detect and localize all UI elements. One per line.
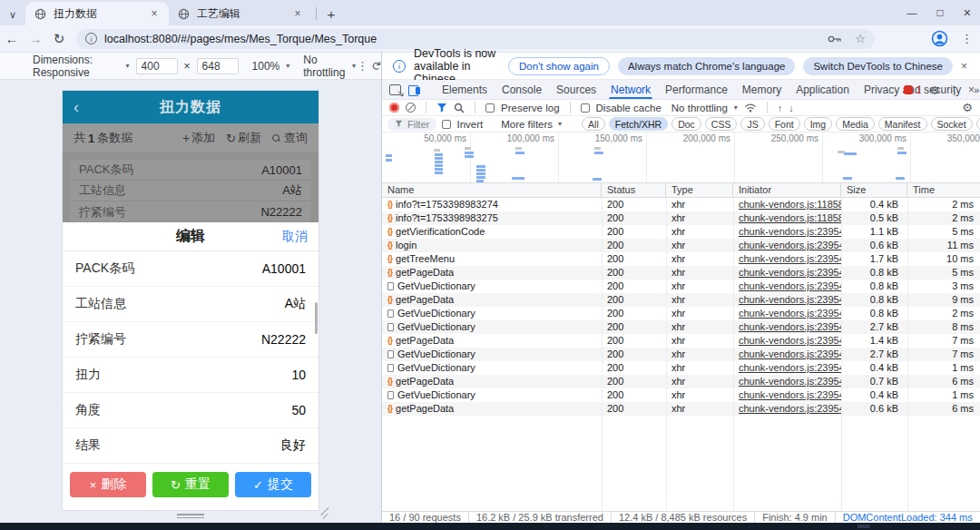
devtools-settings-icon[interactable]: ⚙ [929, 83, 940, 97]
network-conditions-icon[interactable] [744, 103, 757, 113]
initiator-link[interactable]: chunk-vendors.js:23954 [739, 321, 841, 332]
initiator-link[interactable]: chunk-vendors.js:23954 [739, 335, 841, 346]
initiator-link[interactable]: chunk-vendors.js:23954 [739, 376, 841, 387]
network-request-row[interactable]: GetVueDictionary200xhrchunk-vendors.js:2… [382, 280, 980, 293]
filter-chip-doc[interactable]: Doc [671, 117, 701, 131]
filter-chip-socket[interactable]: Socket [931, 117, 973, 131]
error-badge[interactable]: 1 [904, 84, 921, 95]
disable-cache-checkbox[interactable] [581, 103, 590, 113]
field-value-input[interactable]: 10 [291, 368, 306, 382]
filter-chip-font[interactable]: Font [769, 117, 800, 131]
device-toolbar-menu-icon[interactable]: ⋮ [357, 59, 368, 73]
filter-input[interactable]: Filter [387, 118, 436, 131]
network-request-row[interactable]: {}info?t=1753398983274200xhrchunk-vendor… [382, 198, 980, 211]
tab-search-icon[interactable]: ∨ [0, 4, 25, 25]
app-back-button[interactable]: ‹ [74, 99, 79, 115]
inspect-element-icon[interactable] [389, 84, 401, 95]
filter-chip-media[interactable]: Media [836, 117, 875, 131]
initiator-link[interactable]: chunk-vendors.js:23954 [739, 240, 841, 250]
network-request-row[interactable]: {}getPageData200xhrchunk-vendors.js:2395… [382, 375, 980, 388]
throttling-select[interactable]: No throttling [303, 54, 346, 79]
export-har-icon[interactable]: ↓ [789, 103, 794, 113]
dimensions-select[interactable]: Dimensions: Responsive [33, 54, 120, 79]
viewport-resize-handle[interactable] [177, 514, 204, 519]
browser-tab-active[interactable]: 扭力数据 × [25, 2, 169, 25]
network-request-row[interactable]: {}getVierificationCode200xhrchunk-vendor… [382, 225, 980, 239]
devtools-tab-console[interactable]: Console [495, 80, 549, 99]
column-header-size[interactable]: Size [841, 183, 907, 197]
cancel-button[interactable]: 取消 [282, 229, 308, 245]
profile-avatar-icon[interactable] [931, 30, 948, 47]
viewport-corner-resize-handle[interactable] [319, 511, 330, 520]
network-request-row[interactable]: {}getTreeMenu200xhrchunk-vendors.js:2395… [382, 252, 980, 266]
window-maximize-button[interactable]: □ [937, 6, 944, 19]
forward-button[interactable]: → [24, 31, 47, 46]
devtools-menu-icon[interactable]: ⋮ [948, 83, 960, 97]
app-action-search[interactable]: 查询 [272, 130, 308, 146]
field-value-input[interactable]: A10001 [262, 261, 306, 276]
field-value-input[interactable]: 良好 [280, 437, 306, 454]
initiator-link[interactable]: chunk-vendors.js:23954 [739, 389, 841, 400]
initiator-link[interactable]: chunk-vendors.js:11858 [739, 199, 841, 210]
password-key-icon[interactable] [828, 34, 842, 44]
filter-funnel-icon[interactable] [436, 103, 447, 113]
field-value-input[interactable]: 50 [291, 403, 306, 417]
field-value-input[interactable]: A站 [285, 296, 306, 312]
clear-network-log-icon[interactable] [406, 103, 416, 113]
browser-tab-inactive[interactable]: 工艺编辑 × [169, 2, 312, 25]
initiator-link[interactable]: chunk-vendors.js:23954 [739, 362, 841, 373]
list-item[interactable]: 拧紧编号N22222 [70, 201, 311, 222]
network-request-row[interactable]: {}getPageData200xhrchunk-vendors.js:2395… [382, 334, 980, 348]
invert-filter-checkbox[interactable] [442, 120, 451, 129]
field-value-input[interactable]: N22222 [261, 332, 306, 347]
filter-chip-js[interactable]: JS [740, 117, 764, 131]
network-throttling-select[interactable]: No throttling [671, 103, 728, 113]
initiator-link[interactable]: chunk-vendors.js:23954 [739, 294, 841, 305]
initiator-link[interactable]: chunk-vendors.js:23954 [739, 253, 841, 264]
filter-chip-css[interactable]: CSS [705, 117, 738, 131]
search-network-icon[interactable] [454, 103, 465, 113]
switch-to-chinese-button[interactable]: Switch DevTools to Chinese [803, 57, 953, 75]
column-header-initiator[interactable]: Initiator [733, 183, 841, 197]
filter-chip-manifest[interactable]: Manifest [878, 117, 927, 131]
zoom-select[interactable]: 100% [252, 60, 280, 73]
network-request-row[interactable]: {}getPageData200xhrchunk-vendors.js:2395… [382, 266, 980, 280]
column-header-time[interactable]: Time [907, 183, 980, 197]
network-request-row[interactable]: GetVueDictionary200xhrchunk-vendors.js:2… [382, 388, 980, 402]
devtools-tab-application[interactable]: Application [789, 80, 857, 99]
initiator-link[interactable]: chunk-vendors.js:23954 [739, 280, 841, 291]
tab-close-icon[interactable]: × [147, 6, 162, 21]
initiator-link[interactable]: chunk-vendors.js:11858 [739, 212, 841, 223]
banner-close-icon[interactable]: × [961, 60, 980, 73]
dont-show-again-button[interactable]: Don't show again [508, 57, 610, 75]
submit-button[interactable]: ✓提交 [235, 472, 311, 497]
reload-button[interactable]: ↻ [47, 31, 71, 47]
tab-close-icon[interactable]: × [290, 6, 305, 21]
import-har-icon[interactable]: ↑ [778, 103, 783, 113]
preserve-log-checkbox[interactable] [485, 103, 495, 113]
filter-chip-fetch-xhr[interactable]: Fetch/XHR [609, 117, 668, 131]
column-header-status[interactable]: Status [602, 183, 666, 197]
device-height-input[interactable] [197, 58, 239, 74]
address-bar[interactable]: i localhost:8080/#/pages/mes/Mes_Torque/… [76, 29, 875, 49]
network-request-row[interactable]: {}login200xhrchunk-vendors.js:239540.6 k… [382, 239, 980, 252]
device-toolbar-toggle-icon[interactable] [408, 84, 420, 95]
app-action-plus[interactable]: 添加 [182, 130, 215, 146]
network-request-row[interactable]: GetVueDictionary200xhrchunk-vendors.js:2… [382, 361, 980, 375]
initiator-link[interactable]: chunk-vendors.js:23954 [739, 226, 841, 237]
filter-chip-img[interactable]: Img [804, 117, 833, 131]
devtools-tab-memory[interactable]: Memory [735, 80, 789, 99]
list-item[interactable]: 工站信息A站 [70, 181, 311, 201]
delete-button[interactable]: ×删除 [70, 472, 146, 497]
column-header-type[interactable]: Type [666, 183, 733, 197]
network-request-row[interactable]: {}getPageData200xhrchunk-vendors.js:2395… [382, 402, 980, 416]
window-close-button[interactable]: × [964, 5, 971, 20]
network-request-row[interactable]: {}info?t=1753398983275200xhrchunk-vendor… [382, 211, 980, 225]
device-width-input[interactable] [136, 58, 178, 74]
viewport-scrollbar[interactable] [315, 302, 318, 334]
initiator-link[interactable]: chunk-vendors.js:23954 [739, 308, 841, 319]
new-tab-button[interactable]: + [320, 3, 342, 25]
initiator-link[interactable]: chunk-vendors.js:23954 [739, 348, 841, 359]
column-header-name[interactable]: Name [382, 183, 602, 197]
list-item[interactable]: PACK条码A10001 [70, 160, 311, 181]
